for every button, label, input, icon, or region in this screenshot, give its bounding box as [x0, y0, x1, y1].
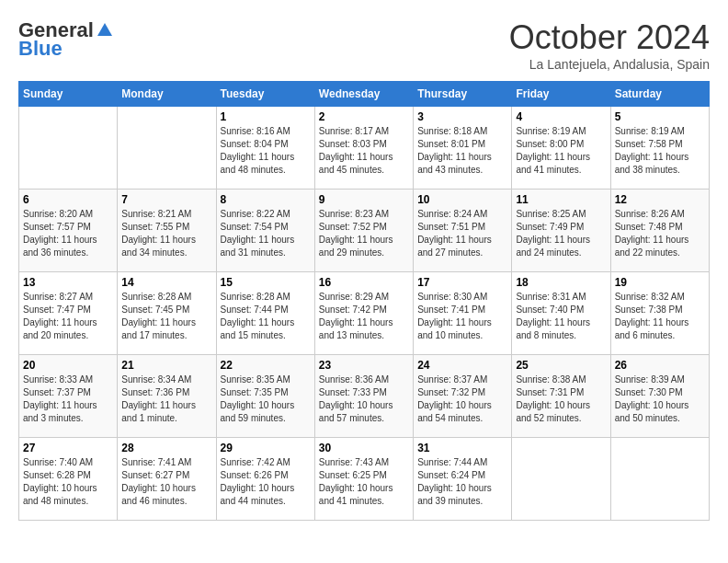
day-info: Sunrise: 7:43 AM Sunset: 6:25 PM Dayligh… — [319, 456, 409, 508]
calendar-cell: 16Sunrise: 8:29 AM Sunset: 7:42 PM Dayli… — [314, 272, 413, 355]
logo-blue-text: Blue — [18, 37, 63, 61]
weekday-header-cell: Thursday — [414, 82, 512, 107]
day-info: Sunrise: 8:32 AM Sunset: 7:38 PM Dayligh… — [615, 291, 705, 342]
calendar-body: 1Sunrise: 8:16 AM Sunset: 8:04 PM Daylig… — [19, 107, 710, 521]
day-info: Sunrise: 8:21 AM Sunset: 7:55 PM Dayligh… — [121, 208, 211, 259]
calendar-cell: 23Sunrise: 8:36 AM Sunset: 7:33 PM Dayli… — [314, 355, 413, 438]
calendar-cell: 9Sunrise: 8:23 AM Sunset: 7:52 PM Daylig… — [314, 190, 413, 272]
day-info: Sunrise: 7:41 AM Sunset: 6:27 PM Dayligh… — [121, 456, 211, 508]
day-number: 2 — [319, 110, 409, 123]
calendar-cell: 31Sunrise: 7:44 AM Sunset: 6:24 PM Dayli… — [414, 438, 512, 521]
calendar-cell: 26Sunrise: 8:39 AM Sunset: 7:30 PM Dayli… — [610, 355, 709, 438]
day-info: Sunrise: 8:20 AM Sunset: 7:57 PM Dayligh… — [23, 208, 113, 259]
day-info: Sunrise: 8:27 AM Sunset: 7:47 PM Dayligh… — [23, 291, 113, 342]
weekday-header-cell: Sunday — [19, 82, 118, 107]
calendar-cell: 24Sunrise: 8:37 AM Sunset: 7:32 PM Dayli… — [414, 355, 512, 438]
calendar-cell: 11Sunrise: 8:25 AM Sunset: 7:49 PM Dayli… — [512, 190, 610, 272]
calendar-cell: 28Sunrise: 7:41 AM Sunset: 6:27 PM Dayli… — [118, 438, 216, 521]
day-number: 31 — [417, 442, 507, 454]
logo-icon — [96, 21, 114, 40]
day-number: 28 — [121, 442, 211, 454]
calendar-cell — [512, 438, 610, 521]
day-info: Sunrise: 8:25 AM Sunset: 7:49 PM Dayligh… — [516, 208, 606, 259]
day-number: 15 — [221, 276, 311, 289]
day-number: 4 — [516, 110, 606, 123]
day-number: 22 — [221, 359, 311, 372]
day-info: Sunrise: 7:44 AM Sunset: 6:24 PM Dayligh… — [417, 456, 507, 508]
weekday-header-row: SundayMondayTuesdayWednesdayThursdayFrid… — [19, 82, 710, 107]
calendar-cell: 12Sunrise: 8:26 AM Sunset: 7:48 PM Dayli… — [610, 190, 709, 272]
day-info: Sunrise: 8:16 AM Sunset: 8:04 PM Dayligh… — [221, 125, 311, 177]
calendar-cell: 30Sunrise: 7:43 AM Sunset: 6:25 PM Dayli… — [314, 438, 413, 521]
calendar-cell: 27Sunrise: 7:40 AM Sunset: 6:28 PM Dayli… — [19, 438, 118, 521]
day-number: 8 — [221, 193, 311, 206]
calendar-week-row: 20Sunrise: 8:33 AM Sunset: 7:37 PM Dayli… — [19, 355, 710, 438]
day-number: 17 — [417, 276, 507, 289]
day-info: Sunrise: 8:28 AM Sunset: 7:45 PM Dayligh… — [121, 291, 211, 342]
calendar-cell: 5Sunrise: 8:19 AM Sunset: 7:58 PM Daylig… — [610, 107, 709, 190]
day-number: 13 — [23, 276, 113, 289]
day-info: Sunrise: 7:40 AM Sunset: 6:28 PM Dayligh… — [23, 456, 113, 508]
day-info: Sunrise: 8:39 AM Sunset: 7:30 PM Dayligh… — [615, 373, 705, 425]
day-info: Sunrise: 8:24 AM Sunset: 7:51 PM Dayligh… — [417, 208, 507, 259]
calendar-table: SundayMondayTuesdayWednesdayThursdayFrid… — [18, 81, 710, 521]
calendar-cell: 7Sunrise: 8:21 AM Sunset: 7:55 PM Daylig… — [118, 190, 216, 272]
calendar-week-row: 27Sunrise: 7:40 AM Sunset: 6:28 PM Dayli… — [19, 438, 710, 521]
title-section: October 2024 La Lantejuela, Andalusia, S… — [509, 18, 710, 72]
calendar-cell: 25Sunrise: 8:38 AM Sunset: 7:31 PM Dayli… — [512, 355, 610, 438]
day-number: 23 — [319, 359, 409, 372]
day-info: Sunrise: 8:33 AM Sunset: 7:37 PM Dayligh… — [23, 373, 113, 425]
page-header: General Blue October 2024 La Lantejuela,… — [18, 18, 710, 72]
day-number: 6 — [23, 193, 113, 206]
calendar-cell: 14Sunrise: 8:28 AM Sunset: 7:45 PM Dayli… — [118, 272, 216, 355]
weekday-header-cell: Wednesday — [314, 82, 413, 107]
calendar-cell: 21Sunrise: 8:34 AM Sunset: 7:36 PM Dayli… — [118, 355, 216, 438]
calendar-cell — [118, 107, 216, 190]
day-info: Sunrise: 8:35 AM Sunset: 7:35 PM Dayligh… — [221, 373, 311, 425]
day-info: Sunrise: 8:19 AM Sunset: 7:58 PM Dayligh… — [615, 125, 705, 177]
day-number: 30 — [319, 442, 409, 454]
day-number: 12 — [615, 193, 705, 206]
calendar-cell: 15Sunrise: 8:28 AM Sunset: 7:44 PM Dayli… — [216, 272, 314, 355]
day-number: 1 — [221, 110, 311, 123]
weekday-header-cell: Monday — [118, 82, 216, 107]
day-number: 5 — [615, 110, 705, 123]
calendar-cell: 4Sunrise: 8:19 AM Sunset: 8:00 PM Daylig… — [512, 107, 610, 190]
day-info: Sunrise: 8:23 AM Sunset: 7:52 PM Dayligh… — [319, 208, 409, 259]
day-info: Sunrise: 8:17 AM Sunset: 8:03 PM Dayligh… — [319, 125, 409, 177]
day-number: 7 — [121, 193, 211, 206]
day-info: Sunrise: 8:30 AM Sunset: 7:41 PM Dayligh… — [417, 291, 507, 342]
day-number: 10 — [417, 193, 507, 206]
day-info: Sunrise: 7:42 AM Sunset: 6:26 PM Dayligh… — [221, 456, 311, 508]
location-title: La Lantejuela, Andalusia, Spain — [509, 57, 710, 72]
calendar-cell: 6Sunrise: 8:20 AM Sunset: 7:57 PM Daylig… — [19, 190, 118, 272]
day-number: 21 — [121, 359, 211, 372]
day-number: 3 — [417, 110, 507, 123]
calendar-cell: 17Sunrise: 8:30 AM Sunset: 7:41 PM Dayli… — [414, 272, 512, 355]
calendar-week-row: 6Sunrise: 8:20 AM Sunset: 7:57 PM Daylig… — [19, 190, 710, 272]
weekday-header-cell: Tuesday — [216, 82, 314, 107]
calendar-cell: 22Sunrise: 8:35 AM Sunset: 7:35 PM Dayli… — [216, 355, 314, 438]
day-number: 11 — [516, 193, 606, 206]
svg-marker-0 — [97, 23, 112, 36]
day-info: Sunrise: 8:36 AM Sunset: 7:33 PM Dayligh… — [319, 373, 409, 425]
day-info: Sunrise: 8:31 AM Sunset: 7:40 PM Dayligh… — [516, 291, 606, 342]
day-info: Sunrise: 8:38 AM Sunset: 7:31 PM Dayligh… — [516, 373, 606, 425]
calendar-cell — [19, 107, 118, 190]
day-number: 24 — [417, 359, 507, 372]
calendar-cell: 1Sunrise: 8:16 AM Sunset: 8:04 PM Daylig… — [216, 107, 314, 190]
weekday-header-cell: Saturday — [610, 82, 709, 107]
calendar-cell: 10Sunrise: 8:24 AM Sunset: 7:51 PM Dayli… — [414, 190, 512, 272]
calendar-cell: 29Sunrise: 7:42 AM Sunset: 6:26 PM Dayli… — [216, 438, 314, 521]
day-info: Sunrise: 8:18 AM Sunset: 8:01 PM Dayligh… — [417, 125, 507, 177]
day-info: Sunrise: 8:19 AM Sunset: 8:00 PM Dayligh… — [516, 125, 606, 177]
logo: General Blue — [18, 18, 114, 61]
day-number: 26 — [615, 359, 705, 372]
calendar-cell: 18Sunrise: 8:31 AM Sunset: 7:40 PM Dayli… — [512, 272, 610, 355]
day-number: 29 — [221, 442, 311, 454]
day-info: Sunrise: 8:34 AM Sunset: 7:36 PM Dayligh… — [121, 373, 211, 425]
day-number: 16 — [319, 276, 409, 289]
calendar-week-row: 1Sunrise: 8:16 AM Sunset: 8:04 PM Daylig… — [19, 107, 710, 190]
day-number: 14 — [121, 276, 211, 289]
day-number: 20 — [23, 359, 113, 372]
